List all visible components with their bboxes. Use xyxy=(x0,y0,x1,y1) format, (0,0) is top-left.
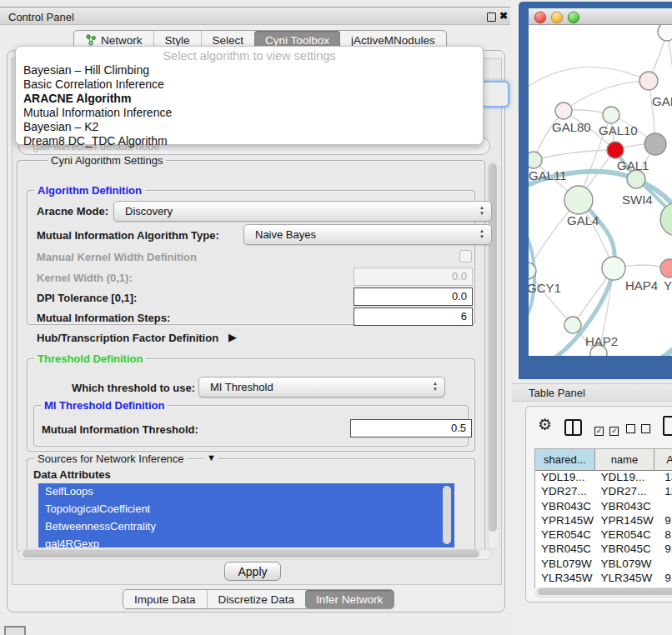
settings-hscroll-thumb[interactable] xyxy=(23,550,479,558)
tab-infer-network-label: Infer Network xyxy=(316,593,383,606)
node-unlabeled-top[interactable] xyxy=(658,25,672,41)
split-columns-icon[interactable] xyxy=(564,419,582,436)
column-header-partial[interactable]: A xyxy=(654,449,672,470)
dpi-tolerance-label: DPI Tolerance [0,1]: xyxy=(37,292,137,304)
table-row[interactable]: YBR043C YBR043C xyxy=(535,500,672,514)
kernel-width-field[interactable]: 0.0 xyxy=(354,268,473,286)
table-hscroll-thumb[interactable] xyxy=(538,588,672,595)
node-label: GCY1 xyxy=(529,281,561,295)
node-hap4[interactable] xyxy=(602,257,625,280)
menu-item[interactable]: Dream8 DC_TDC Algorithm xyxy=(16,133,483,148)
table-row[interactable]: YBR045C YBR045C 9. xyxy=(535,542,672,557)
new-table-icon[interactable] xyxy=(663,416,672,436)
mi-type-combo[interactable]: Naive Bayes ▲▼ xyxy=(243,224,492,245)
column-header-shared-name[interactable]: shared... xyxy=(535,449,595,470)
aracne-mode-value: Discovery xyxy=(125,205,173,218)
node-swi4[interactable] xyxy=(627,170,645,188)
node-gal4[interactable] xyxy=(564,186,593,214)
node-label: GAL11 xyxy=(529,168,567,182)
node-label: GAL80 xyxy=(552,120,591,134)
table-row[interactable]: YDL19... YDL19... 13 xyxy=(535,471,672,485)
control-panel-title: Control Panel xyxy=(8,11,74,23)
table-rows: YDL19... YDL19... 13 YDR27... YDR27... 1… xyxy=(535,471,672,588)
close-icon[interactable]: ✖ xyxy=(499,10,508,22)
network-icon xyxy=(85,34,97,46)
spinner-arrows-icon: ▲▼ xyxy=(479,228,484,240)
table-subwindow: ⚙ ✓ ✓ shared... name A YDL19... YDL19...… xyxy=(525,406,672,602)
tab-network-label: Network xyxy=(101,34,143,47)
manual-kernel-checkbox[interactable] xyxy=(459,250,472,262)
node-gal80[interactable] xyxy=(555,102,572,119)
tab-discretize-data-label: Discretize Data xyxy=(218,593,295,606)
tab-cyni-toolbox-label: Cyni Toolbox xyxy=(265,34,329,47)
which-threshold-combo[interactable]: MI Threshold ▲▼ xyxy=(198,377,445,398)
menu-item-selected[interactable]: ARACNE Algorithm xyxy=(16,91,483,105)
control-panel-titlebar: Control Panel ✖ xyxy=(0,7,510,25)
tab-discretize-data[interactable]: Discretize Data xyxy=(207,590,306,608)
deselect-all-checks-icon[interactable] xyxy=(626,422,650,437)
node-gray[interactable] xyxy=(644,133,666,155)
node-label: HAP2 xyxy=(585,334,618,348)
aracne-mode-combo[interactable]: Discovery ▲▼ xyxy=(113,201,492,222)
sources-title: Sources for Network Inference xyxy=(34,452,188,465)
tab-impute-data[interactable]: Impute Data xyxy=(123,590,207,608)
network-graph: GAL GAL80 GAL10 GAL1 GAL11 SWI4 GAL4 GCY… xyxy=(529,25,672,356)
list-item[interactable]: BetweennessCentrality xyxy=(38,518,454,536)
tab-jactivemnodules-label: jActiveMNodules xyxy=(351,34,435,47)
cyni-bottom-tabs: Impute Data Discretize Data Infer Networ… xyxy=(123,589,394,609)
node-large-green[interactable] xyxy=(660,202,672,236)
node-label: GAL1 xyxy=(617,158,649,172)
float-window-icon[interactable] xyxy=(487,12,496,22)
menu-item[interactable]: Mutual Information Inference xyxy=(16,105,483,119)
algorithm-popup: Select algorithm to view settings Bayesi… xyxy=(15,46,484,145)
node-hap2[interactable] xyxy=(564,317,581,333)
column-header-name[interactable]: name xyxy=(595,449,655,470)
node-label: GAL xyxy=(652,94,672,108)
algorithm-definition-title: Algorithm Definition xyxy=(34,184,145,197)
hub-definition-label[interactable]: Hub/Transcription Factor Definition xyxy=(37,332,218,344)
node-gal-partial[interactable] xyxy=(639,72,658,90)
node-salmon[interactable] xyxy=(660,259,672,278)
mi-type-value: Naive Bayes xyxy=(255,228,316,241)
node-gal11[interactable] xyxy=(529,152,542,168)
kernel-width-label: Kernel Width (0,1): xyxy=(37,272,133,284)
network-canvas[interactable]: GAL GAL80 GAL10 GAL1 GAL11 SWI4 GAL4 GCY… xyxy=(529,25,672,356)
mi-steps-field[interactable]: 6 xyxy=(354,308,473,326)
close-traffic-light[interactable] xyxy=(534,12,546,23)
collapse-right-icon[interactable]: ▶ xyxy=(228,331,237,343)
list-item[interactable]: SelfLoops xyxy=(38,483,454,501)
mi-type-label: Mutual Information Algorithm Type: xyxy=(37,229,219,242)
collapsed-panel-button[interactable] xyxy=(4,626,26,635)
mi-threshold-title: MI Threshold Definition xyxy=(41,399,168,412)
attributes-vscroll-thumb[interactable] xyxy=(443,486,451,544)
tab-select-label: Select xyxy=(213,34,244,47)
table-panel-title: Table Panel xyxy=(529,387,585,399)
menu-item[interactable]: Basic Correlation Inference xyxy=(16,77,483,91)
node-table: shared... name A YDL19... YDL19... 13 YD… xyxy=(534,448,672,588)
table-row[interactable]: YER054C YER054C 8. xyxy=(535,528,672,542)
table-row[interactable]: YDR27... YDR27... 12 xyxy=(535,485,672,499)
table-row[interactable]: YPR145W YPR145W 9. xyxy=(535,514,672,528)
node-gal1-selected[interactable] xyxy=(607,142,624,158)
node-gal10[interactable] xyxy=(603,107,619,123)
mi-threshold-field[interactable]: 0.5 xyxy=(350,419,472,438)
expand-down-icon[interactable]: ▼ xyxy=(204,452,218,462)
minimize-traffic-light[interactable] xyxy=(551,12,563,23)
tab-infer-network[interactable]: Infer Network xyxy=(305,590,394,608)
network-window-titlebar[interactable] xyxy=(529,8,672,25)
menu-item[interactable]: Bayesian – Hill Climbing xyxy=(16,62,483,77)
spinner-arrows-icon: ▲▼ xyxy=(479,205,484,217)
table-row[interactable]: YLR345W YLR345W 9. xyxy=(535,572,672,586)
menu-item[interactable]: Bayesian – K2 xyxy=(16,119,483,133)
gear-icon[interactable]: ⚙ xyxy=(538,417,552,432)
node-label: SWI4 xyxy=(622,192,653,207)
node-label: HAP4 xyxy=(625,278,658,292)
zoom-traffic-light[interactable] xyxy=(568,12,579,23)
list-item[interactable]: TopologicalCoefficient xyxy=(38,501,454,518)
aracne-mode-label: Aracne Mode: xyxy=(37,205,108,218)
select-all-checks-icon[interactable]: ✓ ✓ xyxy=(594,422,619,437)
list-item[interactable]: gal4RGexp xyxy=(38,536,454,548)
table-row[interactable]: YBL079W YBL079W xyxy=(535,558,672,572)
dpi-tolerance-field[interactable]: 0.0 xyxy=(354,288,473,306)
apply-button[interactable]: Apply xyxy=(224,562,281,581)
